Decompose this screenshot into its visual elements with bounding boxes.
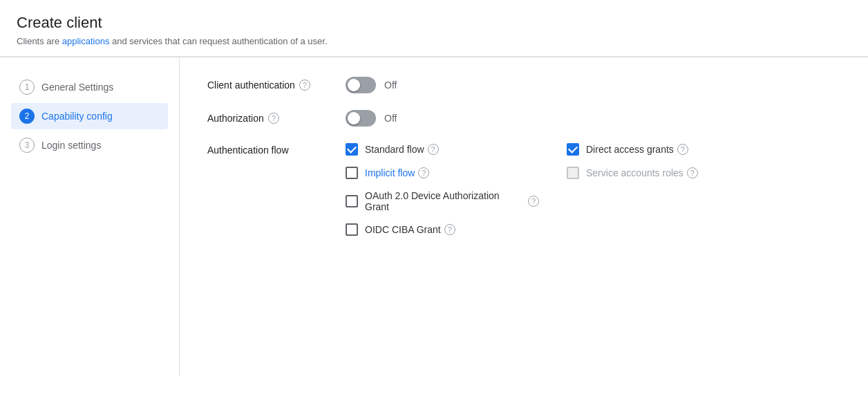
subtitle-link[interactable]: applications <box>62 36 110 46</box>
step-number-3: 3 <box>19 138 35 153</box>
step-number-1: 1 <box>19 80 35 95</box>
client-auth-row: Client authentication ? Off <box>207 77 840 93</box>
authorization-control: Off <box>346 110 397 127</box>
client-auth-status: Off <box>384 80 397 91</box>
subtitle-after: and services that can request authentica… <box>109 36 327 46</box>
checkbox-oidc-ciba-box <box>346 223 358 236</box>
checkbox-service-accounts-box <box>567 167 579 179</box>
client-auth-help-icon[interactable]: ? <box>299 80 310 91</box>
client-auth-toggle[interactable] <box>346 77 376 93</box>
auth-flow-options: Standard flow ? Direct access grants ? <box>346 143 760 236</box>
standard-flow-label: Standard flow ? <box>365 144 439 155</box>
sidebar-label-capability: Capability config <box>41 111 113 122</box>
page-header: Create client Clients are applications a… <box>0 0 868 57</box>
implicit-flow-help-icon[interactable]: ? <box>418 167 429 178</box>
sidebar: 1 General Settings 2 Capability config 3… <box>0 57 180 375</box>
sidebar-label-general: General Settings <box>41 82 113 93</box>
checkbox-direct-access-box <box>567 143 579 156</box>
oauth-device-label: OAuth 2.0 Device Authorization Grant ? <box>365 190 539 212</box>
page-subtitle: Clients are applications and services th… <box>17 36 851 46</box>
sidebar-item-login-settings[interactable]: 3 Login settings <box>11 132 168 158</box>
oidc-ciba-help-icon[interactable]: ? <box>444 224 455 235</box>
client-auth-control: Off <box>346 77 397 93</box>
checkbox-oauth-device-box <box>346 195 358 207</box>
direct-access-label: Direct access grants ? <box>586 144 688 155</box>
step-number-2: 2 <box>19 109 35 124</box>
checkbox-implicit-flow-box <box>346 167 358 179</box>
authorization-track <box>346 110 376 127</box>
auth-flow-row: Authentication flow Standard flow ? Dire… <box>207 143 840 236</box>
authorization-status: Off <box>384 113 397 124</box>
standard-flow-help-icon[interactable]: ? <box>428 144 439 155</box>
checkbox-service-accounts: Service accounts roles ? <box>567 167 760 179</box>
content-area: Client authentication ? Off Authorizatio… <box>180 57 868 375</box>
direct-access-help-icon[interactable]: ? <box>677 144 688 155</box>
sidebar-item-general-settings[interactable]: 1 General Settings <box>11 74 168 100</box>
sidebar-label-login: Login settings <box>41 140 101 151</box>
checkbox-oidc-ciba[interactable]: OIDC CIBA Grant ? <box>346 223 539 236</box>
sidebar-item-capability-config[interactable]: 2 Capability config <box>11 103 168 129</box>
authorization-toggle[interactable] <box>346 110 376 127</box>
client-auth-label: Client authentication ? <box>207 80 346 91</box>
checkbox-implicit-flow[interactable]: Implicit flow ? <box>346 167 539 179</box>
service-accounts-label: Service accounts roles ? <box>586 167 698 178</box>
checkbox-standard-flow-box <box>346 143 358 156</box>
checkbox-oauth-device[interactable]: OAuth 2.0 Device Authorization Grant ? <box>346 190 539 212</box>
client-auth-thumb <box>348 79 360 91</box>
checkbox-standard-flow[interactable]: Standard flow ? <box>346 143 539 156</box>
client-auth-track <box>346 77 376 93</box>
authorization-row: Authorization ? Off <box>207 110 840 127</box>
auth-flow-label: Authentication flow <box>207 143 346 156</box>
oidc-ciba-label: OIDC CIBA Grant ? <box>365 224 455 235</box>
page-title: Create client <box>17 14 851 32</box>
service-accounts-help-icon: ? <box>687 167 698 178</box>
implicit-flow-label: Implicit flow ? <box>365 167 429 178</box>
oauth-device-help-icon[interactable]: ? <box>528 196 539 207</box>
authorization-help-icon[interactable]: ? <box>268 113 279 124</box>
authorization-label: Authorization ? <box>207 113 346 124</box>
checkbox-direct-access[interactable]: Direct access grants ? <box>567 143 760 156</box>
subtitle-before: Clients are <box>17 36 62 46</box>
grid-spacer <box>567 190 760 212</box>
authorization-thumb <box>348 112 360 124</box>
